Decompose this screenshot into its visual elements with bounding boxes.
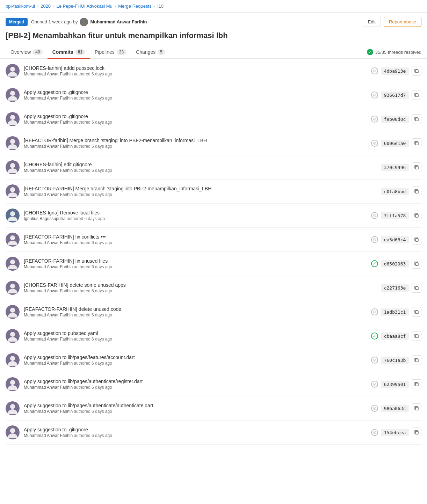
commit-hash[interactable]: 1adb31c1 <box>381 308 409 316</box>
commit-title[interactable]: [REFACTOR-FARIHIN] fix unused files <box>24 258 367 264</box>
commit-title[interactable]: Apply suggestion to .gitignore <box>24 89 367 95</box>
commit-row: [REFACTOR-farihin] Merge branch 'staging… <box>6 131 421 155</box>
commit-hash[interactable]: 760c1a3b <box>381 357 409 364</box>
commit-meta: Muhammad Anwar Farihin authored 6 days a… <box>24 385 367 390</box>
commit-hash[interactable]: 6006e1a0 <box>381 140 409 147</box>
copy-hash-button[interactable] <box>412 331 421 341</box>
commit-hash[interactable]: 7ff1a578 <box>381 212 409 219</box>
commit-title[interactable]: [REFACTOR-FARIHIN] Merge branch 'staging… <box>24 186 367 191</box>
svg-point-44 <box>10 404 15 409</box>
commit-title[interactable]: [REFACTOR-FARIHIN] fix conflicts ••• <box>24 234 367 240</box>
copy-hash-button[interactable] <box>412 114 421 124</box>
commit-hash[interactable]: feb00d0c <box>381 116 409 123</box>
commit-hash[interactable]: ea5d68c4 <box>381 236 409 243</box>
commit-title[interactable]: Apply suggestion to lib/pages/features/a… <box>24 355 367 360</box>
commit-time: authored 6 days ago <box>74 240 112 245</box>
svg-point-20 <box>10 211 15 216</box>
copy-hash-button[interactable] <box>412 379 421 389</box>
commit-actions: ⊘ 936617d7 <box>371 90 421 100</box>
commit-title[interactable]: Apply suggestion to pubspec.yaml <box>24 330 367 336</box>
commit-author: Muhammad Anwar Farihin <box>24 288 73 293</box>
tab-changes[interactable]: Changes 5 <box>131 46 170 59</box>
commit-meta: Muhammad Anwar Farihin authored 6 days a… <box>24 433 367 438</box>
threads-resolved-text: 35/35 threads resolved <box>375 50 421 55</box>
commit-avatar <box>6 329 20 343</box>
commit-hash[interactable]: 370c9996 <box>381 164 409 171</box>
svg-rect-6 <box>415 94 418 97</box>
copy-hash-button[interactable] <box>412 355 421 365</box>
breadcrumb-link-repo[interactable]: ppl-fasilkom-ui <box>6 3 35 9</box>
commit-hash[interactable]: 936617d7 <box>381 92 409 99</box>
commit-title[interactable]: Apply suggestion to lib/pages/authentica… <box>24 403 367 408</box>
commit-actions: c0fa8bbd <box>371 187 421 196</box>
svg-point-17 <box>10 187 15 192</box>
commit-title[interactable]: [CHORES-farihin] edit gitignore <box>24 162 367 167</box>
commit-title[interactable]: Apply suggestion to lib/pages/authentica… <box>24 379 367 384</box>
breadcrumb-sep2: › <box>53 3 54 9</box>
commit-actions: ⊘ 4dba913e <box>371 66 421 76</box>
copy-hash-button[interactable] <box>412 283 421 293</box>
copy-hash-button[interactable] <box>412 162 421 172</box>
copy-hash-button[interactable] <box>412 90 421 100</box>
commit-author: Muhammad Anwar Farihin <box>24 96 73 101</box>
commit-row: [CHORES-farihin] edit gitignore Muhammad… <box>6 155 421 180</box>
commit-avatar <box>6 209 20 222</box>
report-abuse-button[interactable]: Report abuse <box>384 17 421 27</box>
copy-hash-button[interactable] <box>412 187 421 196</box>
status-no-entry-icon: ⊘ <box>371 236 378 243</box>
commit-title[interactable]: [CHORES-Igna] Remove local files <box>24 210 367 216</box>
commit-hash[interactable]: c0fa8bbd <box>381 188 409 195</box>
tab-overview[interactable]: Overview 48 <box>6 46 48 59</box>
commit-title[interactable]: [CHORES-farihin] addd pubspec.lock <box>24 65 367 71</box>
svg-rect-42 <box>415 383 418 386</box>
commit-meta: Muhammad Anwar Farihin authored 6 days a… <box>24 144 367 149</box>
breadcrumb-sep3: › <box>115 3 116 9</box>
copy-hash-button[interactable] <box>412 259 421 269</box>
commit-time: authored 6 days ago <box>74 264 112 269</box>
svg-rect-21 <box>415 214 418 217</box>
copy-hash-button[interactable] <box>412 138 421 148</box>
commit-meta: Muhammad Anwar Farihin authored 6 days a… <box>24 288 367 293</box>
commit-hash[interactable]: 154ebcea <box>381 429 409 436</box>
commit-info: [REFACTOR-FARIHIN] fix unused files Muha… <box>24 258 367 269</box>
tab-overview-label: Overview <box>10 49 31 55</box>
tab-commits[interactable]: Commits 81 <box>48 46 90 59</box>
copy-hash-button[interactable] <box>412 211 421 220</box>
breadcrumb-link-project[interactable]: Le Pepe-FHUI Advokasi Mu <box>56 3 112 9</box>
commit-author: Muhammad Anwar Farihin <box>24 120 73 125</box>
tabs-bar: Overview 48 Commits 81 Pipelines 33 Chan… <box>0 46 427 59</box>
copy-hash-button[interactable] <box>412 235 421 244</box>
commit-author: Muhammad Anwar Farihin <box>24 385 73 390</box>
commit-hash[interactable]: cbaaa8cf <box>381 333 409 340</box>
commit-hash[interactable]: 62399a01 <box>381 381 409 388</box>
commit-hash[interactable]: 986a063c <box>381 405 409 412</box>
tab-pipelines-label: Pipelines <box>95 49 115 55</box>
commit-title[interactable]: [REFACTOR-farihin] Merge branch 'staging… <box>24 138 367 143</box>
commit-title[interactable]: [CHORES-FARIHIN] delete some unused apps <box>24 282 367 288</box>
commit-author: Muhammad Anwar Farihin <box>24 433 73 438</box>
header-right: Edit Report abuse <box>363 17 421 27</box>
tab-pipelines[interactable]: Pipelines 33 <box>90 46 131 59</box>
commit-title[interactable]: Apply suggestion to .gitignore <box>24 427 367 432</box>
commit-row: [REFACTOR-FARIHIN] Merge branch 'staging… <box>6 180 421 204</box>
commit-hash[interactable]: d6502063 <box>381 260 409 268</box>
commit-title[interactable]: Apply suggestion to .gitignore <box>24 114 367 119</box>
svg-point-38 <box>10 356 15 361</box>
copy-hash-button[interactable] <box>412 66 421 76</box>
edit-button[interactable]: Edit <box>363 17 381 27</box>
copy-hash-button[interactable] <box>412 307 421 317</box>
breadcrumb-sep: › <box>37 3 38 9</box>
commit-hash[interactable]: 4dba913e <box>381 67 409 75</box>
breadcrumb-link-year[interactable]: 2020 <box>41 3 51 9</box>
breadcrumb-link-mr[interactable]: Merge Requests <box>118 3 151 9</box>
copy-hash-button[interactable] <box>412 428 421 437</box>
commit-actions: 370c9996 <box>371 162 421 172</box>
commit-hash[interactable]: c227163e <box>381 284 409 292</box>
svg-point-26 <box>10 260 15 264</box>
commit-title[interactable]: [REAFACTOR-FARIHIN] delete unused code <box>24 306 367 312</box>
copy-hash-button[interactable] <box>412 403 421 413</box>
breadcrumb-current: !10 <box>157 3 164 9</box>
commit-actions: ⊘ 760c1a3b <box>371 355 421 365</box>
commit-row: [CHORES-FARIHIN] delete some unused apps… <box>6 276 421 300</box>
commit-avatar <box>6 305 20 319</box>
